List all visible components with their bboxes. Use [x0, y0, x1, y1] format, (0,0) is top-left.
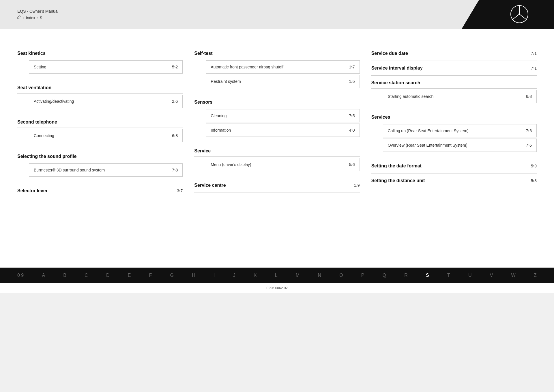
- entry-overview-rse[interactable]: Overview (Rear Seat Entertainment System…: [383, 139, 537, 152]
- entry-restraint-system[interactable]: Restraint system 1›5: [206, 75, 360, 88]
- svg-point-4: [519, 13, 520, 15]
- alpha-d[interactable]: D: [106, 273, 110, 278]
- alphabet-nav: 0 9 A B C D E F G H I J K L M N O P Q R …: [0, 268, 554, 283]
- alpha-w[interactable]: W: [511, 273, 516, 278]
- alpha-09[interactable]: 0 9: [17, 273, 24, 278]
- entry-activating-deactivating[interactable]: Activating/deactivating 2›6: [29, 95, 183, 108]
- alpha-z[interactable]: Z: [534, 273, 537, 278]
- breadcrumb: › Index › S: [17, 15, 59, 20]
- section-sensors: Sensors: [194, 95, 360, 108]
- content-columns: Seat kinetics Setting 5›2 Seat ventilati…: [17, 46, 537, 198]
- breadcrumb-sep-1: ›: [23, 16, 24, 20]
- entry-information[interactable]: Information 4›0: [206, 124, 360, 137]
- alpha-f[interactable]: F: [149, 273, 152, 278]
- alpha-k[interactable]: K: [254, 273, 257, 278]
- entry-connecting[interactable]: Connecting 6›8: [29, 129, 183, 142]
- alpha-o[interactable]: O: [339, 273, 343, 278]
- entry-cleaning[interactable]: Cleaning 7›5: [206, 109, 360, 122]
- content-spacer: [0, 210, 554, 268]
- entry-setting-distance-unit[interactable]: Setting the distance unit 5›3: [371, 173, 537, 188]
- breadcrumb-sep-2: ›: [37, 16, 38, 20]
- header: EQS - Owner's Manual › Index › S: [0, 0, 554, 29]
- entry-service-due-date[interactable]: Service due date 7›1: [371, 46, 537, 61]
- alpha-s[interactable]: S: [426, 273, 429, 278]
- svg-line-2: [512, 14, 519, 20]
- alpha-m[interactable]: M: [296, 273, 300, 278]
- home-icon[interactable]: [17, 15, 21, 20]
- alpha-g[interactable]: G: [170, 273, 174, 278]
- mercedes-star-icon: [510, 5, 529, 24]
- entry-service-centre[interactable]: Service centre 1›9: [194, 178, 360, 193]
- column-2: Self-test Automatic front passenger airb…: [194, 46, 360, 198]
- alpha-t[interactable]: T: [447, 273, 450, 278]
- alpha-u[interactable]: U: [468, 273, 472, 278]
- entry-menu-drivers-display[interactable]: Menu (driver's display) 5›6: [206, 158, 360, 171]
- alpha-q[interactable]: Q: [383, 273, 386, 278]
- alpha-e[interactable]: E: [128, 273, 131, 278]
- main-content: Seat kinetics Setting 5›2 Seat ventilati…: [0, 29, 554, 210]
- section-seat-kinetics: Seat kinetics: [17, 46, 183, 59]
- section-services: Services: [371, 110, 537, 123]
- entry-setting[interactable]: Setting 5›2: [29, 60, 183, 74]
- section-service: Service: [194, 144, 360, 157]
- column-3: Service due date 7›1 Service interval di…: [371, 46, 537, 198]
- alpha-b[interactable]: B: [63, 273, 66, 278]
- section-self-test: Self-test: [194, 46, 360, 59]
- alpha-p[interactable]: P: [361, 273, 364, 278]
- alpha-a[interactable]: A: [42, 273, 45, 278]
- section-second-telephone: Second telephone: [17, 115, 183, 128]
- entry-burmester[interactable]: Burmester® 3D surround sound system 7›8: [29, 163, 183, 177]
- entry-starting-automatic-search[interactable]: Starting automatic search 6›8: [383, 90, 537, 103]
- entry-selector-lever[interactable]: Selector lever 3›7: [17, 184, 183, 198]
- alpha-i[interactable]: I: [214, 273, 215, 278]
- breadcrumb-index[interactable]: Index: [26, 16, 35, 20]
- column-1: Seat kinetics Setting 5›2 Seat ventilati…: [17, 46, 183, 198]
- alpha-c[interactable]: C: [85, 273, 88, 278]
- entry-calling-up-rse[interactable]: Calling up (Rear Seat Entertainment Syst…: [383, 124, 537, 137]
- alpha-h[interactable]: H: [192, 273, 195, 278]
- section-sound-profile: Selecting the sound profile: [17, 149, 183, 162]
- alpha-v[interactable]: V: [490, 273, 493, 278]
- header-left: EQS - Owner's Manual › Index › S: [17, 9, 59, 20]
- section-seat-ventilation: Seat ventilation: [17, 81, 183, 94]
- alpha-l[interactable]: L: [275, 273, 278, 278]
- footer: F296 0062 02: [0, 283, 554, 293]
- breadcrumb-current: S: [40, 16, 42, 20]
- svg-line-3: [519, 14, 527, 20]
- footer-code: F296 0062 02: [266, 286, 288, 290]
- entry-airbag-shutoff[interactable]: Automatic front passenger airbag shutoff…: [206, 60, 360, 74]
- manual-title: EQS - Owner's Manual: [17, 9, 59, 14]
- alpha-j[interactable]: J: [233, 273, 235, 278]
- alpha-n[interactable]: N: [318, 273, 321, 278]
- entry-service-interval-display[interactable]: Service interval display 7›1: [371, 61, 537, 76]
- entry-setting-date-format[interactable]: Setting the date format 5›9: [371, 159, 537, 173]
- section-service-station-search: Service station search: [371, 76, 537, 89]
- alpha-r[interactable]: R: [404, 273, 408, 278]
- mercedes-logo-area: [462, 0, 554, 29]
